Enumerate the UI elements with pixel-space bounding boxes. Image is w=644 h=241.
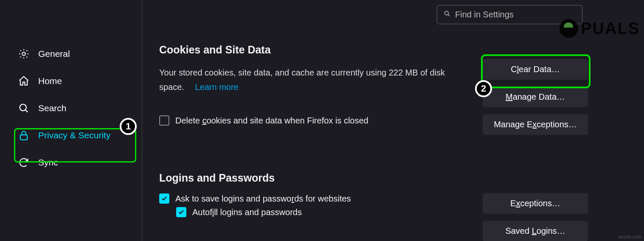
home-icon	[17, 74, 31, 88]
sidebar-item-label: General	[38, 49, 70, 59]
watermark-small: wsxdn com	[618, 235, 641, 239]
logins-exceptions-button[interactable]: Exceptions…	[483, 193, 588, 214]
cookies-size: 222 MB	[389, 68, 418, 77]
cookies-title: Cookies and Site Data	[159, 44, 644, 56]
sidebar-item-sync[interactable]: Sync	[0, 149, 142, 176]
sidebar-item-general[interactable]: General	[0, 40, 142, 67]
watermark-logo-icon	[560, 19, 578, 38]
search-icon	[443, 10, 451, 20]
sidebar-item-home[interactable]: Home	[0, 67, 142, 95]
svg-point-1	[20, 104, 26, 111]
clear-data-button[interactable]: Clear Data…	[483, 59, 588, 80]
logins-title: Logins and Passwords	[159, 172, 644, 184]
settings-sidebar: General Home Search Privacy & Security	[0, 0, 142, 241]
learn-more-link[interactable]: Learn more	[195, 82, 239, 92]
sidebar-item-label: Privacy & Security	[38, 130, 110, 140]
lock-icon	[17, 129, 31, 142]
svg-point-0	[22, 52, 25, 55]
section-cookies: Cookies and Site Data Your stored cookie…	[159, 44, 644, 129]
sidebar-item-search[interactable]: Search	[0, 95, 142, 122]
sync-icon	[17, 156, 31, 169]
logins-button-column: Exceptions… Saved Logins…	[483, 193, 588, 241]
cookies-button-column: Clear Data… Manage Data… Manage Exceptio…	[483, 59, 588, 135]
search-icon	[17, 101, 31, 115]
sidebar-item-label: Home	[38, 76, 62, 86]
section-logins: Logins and Passwords Ask to save logins …	[159, 172, 644, 221]
search-input[interactable]	[455, 10, 576, 20]
autofill-logins-label: Autofill logins and passwords	[192, 207, 302, 217]
autofill-logins-checkbox[interactable]	[176, 207, 186, 217]
sidebar-item-label: Search	[38, 103, 67, 113]
gear-icon	[17, 47, 31, 61]
ask-save-logins-checkbox[interactable]	[159, 193, 169, 204]
saved-logins-button[interactable]: Saved Logins…	[483, 221, 588, 241]
ask-save-logins-label: Ask to save logins and passwords for web…	[175, 194, 351, 204]
watermark: PUALS	[560, 19, 640, 38]
manage-exceptions-button[interactable]: Manage Exceptions…	[483, 114, 588, 135]
svg-point-3	[444, 11, 448, 15]
manage-data-button[interactable]: Manage Data…	[483, 87, 588, 107]
delete-cookies-label: Delete cookies and site data when Firefo…	[175, 116, 368, 126]
svg-rect-2	[20, 135, 27, 140]
cookies-description: Your stored cookies, site data, and cach…	[159, 65, 465, 94]
sidebar-item-label: Sync	[38, 157, 58, 168]
sidebar-item-privacy-security[interactable]: Privacy & Security	[0, 122, 142, 149]
delete-cookies-checkbox[interactable]	[159, 115, 169, 126]
